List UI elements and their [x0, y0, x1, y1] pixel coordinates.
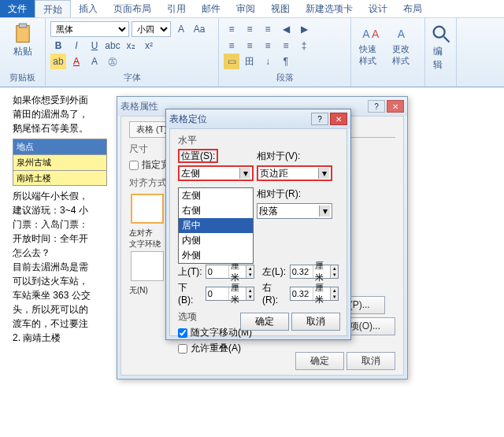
dropdown-item-selected[interactable]: 居中	[179, 218, 253, 233]
quick-styles-label: 快速样式	[359, 43, 384, 67]
char-shading-button[interactable]: A	[87, 54, 102, 69]
font-size-select[interactable]: 小四	[132, 21, 171, 37]
borders-button[interactable]: 田	[242, 54, 258, 69]
tab-layout[interactable]: 布局	[395, 0, 430, 17]
underline-button[interactable]: U	[87, 38, 102, 54]
doc-line: 开放时间：全年开	[13, 231, 123, 246]
table-cell[interactable]: 泉州古城	[13, 155, 107, 171]
font-name-select[interactable]: 黑体	[50, 21, 129, 37]
position-s-label: 位置(S):	[178, 149, 218, 163]
relative-v-label: 相对于(V):	[257, 150, 300, 161]
relative-value: 页边距	[260, 167, 288, 180]
table-cell[interactable]: 南靖土楼	[13, 170, 107, 186]
group-label-paragraph: 段落	[224, 72, 346, 83]
right-label: 右(R):	[262, 281, 287, 306]
doc-table[interactable]: 地点 泉州古城 南靖土楼	[13, 139, 107, 186]
italic-button[interactable]: I	[69, 38, 84, 54]
unit: 厘米	[313, 265, 331, 278]
unit: 厘米	[228, 265, 246, 278]
allow-overlap-check[interactable]	[178, 344, 187, 354]
bullets-button[interactable]: ≡	[224, 21, 239, 37]
doc-line: 鹅尾怪石等美景。	[13, 121, 123, 135]
change-styles-button[interactable]: A 更改样式	[389, 20, 420, 69]
spec-width-check[interactable]	[129, 161, 139, 170]
tab-page-layout[interactable]: 页面布局	[106, 0, 159, 17]
align-center-button[interactable]: ≡	[242, 38, 258, 54]
doc-line: 目前去湄洲岛是需	[13, 260, 123, 274]
dlg1-cancel-button[interactable]: 取消	[346, 352, 395, 370]
dlg1-close-button[interactable]: ✕	[387, 100, 404, 113]
align-left-option[interactable]	[131, 194, 164, 224]
dlg2-cancel-button[interactable]: 取消	[291, 313, 340, 331]
tab-references[interactable]: 引用	[159, 0, 194, 17]
dlg2-body: 水平 位置(S): 相对于(V): 左侧▾ 页边距▾ 左侧 右侧 居中 内侧 外…	[169, 128, 347, 336]
multilevel-button[interactable]: ≡	[260, 21, 276, 37]
tab-review[interactable]: 审阅	[228, 0, 263, 17]
tab-new[interactable]: 新建选项卡	[298, 0, 361, 17]
sup-button[interactable]: x²	[141, 38, 157, 54]
tab-insert[interactable]: 插入	[71, 0, 106, 17]
right-spinner[interactable]: 厘米▴▾	[290, 287, 339, 301]
dlg2-titlebar[interactable]: 表格定位 ? ✕	[166, 109, 350, 128]
tab-mail[interactable]: 邮件	[194, 0, 228, 17]
quick-styles-button[interactable]: AA 快速样式	[356, 20, 387, 69]
chevron-down-icon: ▾	[318, 168, 329, 179]
dlg2-ok-button[interactable]: 确定	[240, 313, 289, 331]
doc-line: 车站乘坐 363 公交	[13, 288, 123, 302]
edit-label: 编辑	[433, 45, 448, 72]
dlg2-close-button[interactable]: ✕	[330, 113, 347, 125]
dlg2-help-button[interactable]: ?	[311, 113, 328, 125]
shading-button[interactable]: ▭	[224, 54, 239, 69]
line-spacing-button[interactable]: ‡	[296, 38, 312, 54]
edit-button[interactable]: 编辑	[430, 21, 451, 73]
tab-design[interactable]: 设计	[361, 0, 395, 17]
position-combo[interactable]: 左侧▾	[178, 165, 254, 181]
grow-font-button[interactable]: A	[173, 21, 189, 37]
tab-view[interactable]: 视图	[263, 0, 298, 17]
highlight-button[interactable]: ab	[50, 54, 66, 69]
doc-line: 建议游玩：3~4 小	[13, 203, 123, 217]
table-cell[interactable]: 地点	[13, 139, 107, 155]
align-left-button[interactable]: ≡	[224, 38, 239, 54]
dropdown-item[interactable]: 右侧	[179, 203, 253, 218]
doc-line: 可以到达火车站，	[13, 274, 123, 288]
change-styles-label: 更改样式	[392, 43, 417, 67]
bottom-spinner[interactable]: 厘米▴▾	[206, 287, 254, 301]
right-input[interactable]	[291, 287, 313, 300]
left-spinner[interactable]: 厘米▴▾	[290, 265, 339, 279]
sub-button[interactable]: x₂	[123, 38, 139, 54]
relative-combo[interactable]: 页边距▾	[257, 165, 332, 181]
strike-button[interactable]: abc	[105, 38, 120, 54]
align-right-button[interactable]: ≡	[260, 38, 276, 54]
font-color-button[interactable]: A	[69, 54, 84, 69]
doc-line: 门票：入岛门票：	[13, 217, 123, 231]
relative-r-combo[interactable]: 段落▾	[257, 203, 332, 219]
dropdown-item[interactable]: 左侧	[179, 188, 253, 203]
sort-button[interactable]: ↓	[260, 54, 276, 69]
show-marks-button[interactable]: ¶	[278, 54, 294, 69]
enclosed-button[interactable]: ㊄	[105, 54, 120, 69]
clear-format-button[interactable]: Aa	[191, 21, 207, 37]
top-input[interactable]	[206, 265, 228, 278]
numbering-button[interactable]: ≡	[242, 21, 258, 37]
wrap-none-option[interactable]	[131, 251, 164, 281]
top-spinner[interactable]: 厘米▴▾	[206, 265, 254, 279]
dlg1-help-button[interactable]: ?	[368, 100, 385, 113]
bottom-input[interactable]	[206, 287, 228, 300]
left-input[interactable]	[291, 265, 313, 278]
svg-text:A: A	[362, 28, 370, 40]
dropdown-item[interactable]: 内侧	[179, 233, 253, 248]
change-styles-icon: A	[394, 21, 416, 43]
allow-overlap-label: 允许重叠(A)	[191, 342, 241, 355]
dlg2-title: 表格定位	[169, 113, 207, 126]
group-edit: 编辑	[425, 18, 457, 87]
dropdown-item[interactable]: 外侧	[179, 248, 253, 263]
align-justify-button[interactable]: ≡	[278, 38, 294, 54]
indent-inc-button[interactable]: ▶	[296, 21, 312, 37]
paste-button[interactable]: 粘贴	[5, 21, 40, 60]
tab-home[interactable]: 开始	[35, 0, 71, 17]
tab-file[interactable]: 文件	[0, 0, 35, 17]
indent-dec-button[interactable]: ◀	[278, 21, 294, 37]
doc-line: 所以端午小长假，	[13, 189, 123, 203]
bold-button[interactable]: B	[50, 38, 66, 54]
